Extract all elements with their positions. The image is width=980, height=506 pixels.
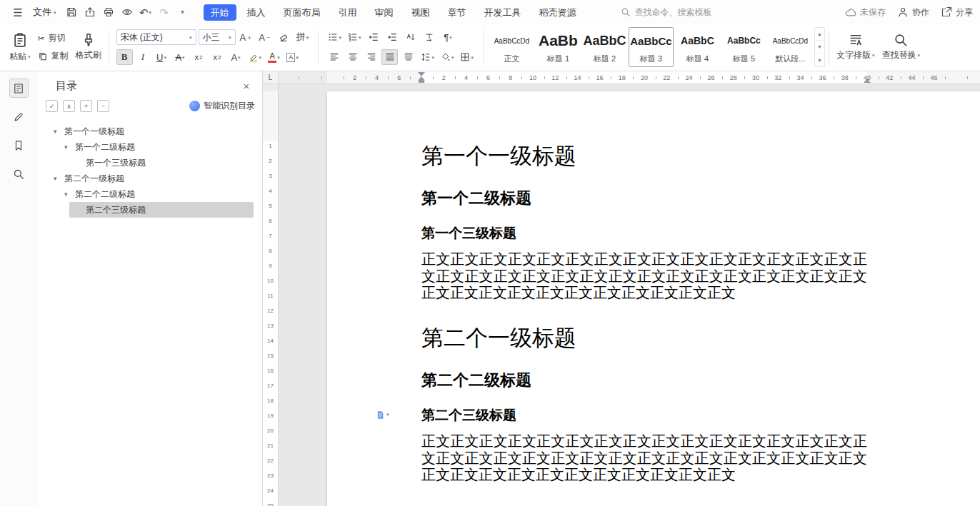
subscript-button[interactable]: x2 — [209, 49, 226, 65]
doc-heading-h3[interactable]: 第二个三级标题▾ — [421, 406, 867, 425]
align-left-button[interactable] — [326, 49, 342, 65]
align-right-button[interactable] — [363, 49, 379, 65]
gallery-up-button[interactable]: ▲ — [815, 28, 824, 40]
font-size-select[interactable]: 小三▾ — [199, 29, 236, 45]
style-card-标题 2[interactable]: AaBbC标题 2 — [582, 27, 627, 67]
toc-item[interactable]: ▾第二个一级标题 — [37, 171, 254, 186]
increase-indent-button[interactable] — [384, 29, 400, 45]
more-commands-button[interactable]: ▾ — [174, 4, 192, 21]
pinyin-guide-button[interactable]: 拼▾ — [294, 29, 311, 45]
doc-heading-h2[interactable]: 第二个二级标题 — [421, 370, 867, 392]
text-layout-button[interactable]: 文字排版▾ — [833, 26, 879, 68]
tab-视图[interactable]: 视图 — [404, 4, 437, 21]
underline-button[interactable]: U▾ — [154, 49, 170, 65]
style-card-正文[interactable]: AaBbCcDd正文 — [489, 27, 534, 67]
align-distribute-button[interactable] — [400, 49, 416, 65]
export-pdf-button[interactable] — [81, 4, 99, 21]
left-indent-marker[interactable] — [419, 81, 424, 83]
chevron-down-icon[interactable]: ▾ — [64, 191, 75, 198]
toc-select-button[interactable]: ✓ — [46, 100, 58, 112]
gallery-down-button[interactable]: ▼ — [815, 40, 824, 53]
italic-button[interactable]: I — [135, 49, 151, 65]
heading-style-mark[interactable]: ▾ — [376, 410, 389, 420]
copy-button[interactable]: 复制 — [38, 50, 69, 62]
toc-collapse-all-button[interactable]: － — [97, 100, 109, 112]
toc-item[interactable]: ▾第一个二级标题 — [37, 139, 254, 155]
decrease-indent-button[interactable] — [365, 29, 381, 45]
text-effects-button[interactable]: A▾ — [228, 49, 244, 65]
character-shading-button[interactable]: A▾ — [284, 49, 301, 65]
tab-开发工具[interactable]: 开发工具 — [477, 4, 529, 21]
increase-font-size-button[interactable]: A＋ — [238, 29, 255, 45]
style-card-标题 3[interactable]: AaBbCc标题 3 — [629, 27, 674, 67]
shading-button[interactable]: ▾ — [439, 49, 456, 65]
toc-collapse-button[interactable]: ∧ — [63, 100, 75, 112]
align-center-button[interactable] — [344, 49, 361, 65]
search-panel-button[interactable] — [9, 164, 29, 183]
style-card-标题 4[interactable]: AaBbC标题 4 — [675, 27, 720, 67]
superscript-button[interactable]: x2 — [191, 49, 207, 65]
style-card-默认段...[interactable]: AaBbCcDd默认段... — [768, 27, 813, 67]
doc-heading-h1[interactable]: 第二个一级标题 — [421, 323, 867, 354]
print-preview-button[interactable] — [118, 4, 136, 21]
tab-审阅[interactable]: 审阅 — [368, 4, 401, 21]
gallery-more-button[interactable]: ▼ — [815, 54, 824, 66]
text-direction-button[interactable] — [421, 29, 437, 45]
toc-expand-all-button[interactable]: ＋ — [80, 100, 92, 112]
style-card-标题 1[interactable]: AaBb标题 1 — [536, 27, 581, 67]
decrease-font-size-button[interactable]: A－ — [256, 29, 274, 45]
tab-开始[interactable]: 开始 — [204, 4, 236, 21]
doc-heading-h2[interactable]: 第一个二级标题 — [421, 188, 867, 210]
doc-heading-h1[interactable]: 第一个一级标题 — [421, 141, 867, 172]
highlight-color-button[interactable]: ▾ — [246, 49, 264, 65]
document-page[interactable]: 第一个一级标题第一个二级标题第一个三级标题正文正文正文正文正文正文正文正文正文正… — [327, 91, 980, 506]
annotate-panel-button[interactable] — [9, 107, 29, 126]
toc-item[interactable]: 第一个三级标题 — [37, 155, 254, 171]
bullet-list-button[interactable]: ▾ — [326, 29, 344, 45]
bookmark-panel-button[interactable] — [9, 136, 29, 155]
borders-button[interactable]: ▾ — [458, 49, 476, 65]
toc-item[interactable]: 第二个三级标题 — [69, 202, 254, 218]
sort-button[interactable] — [402, 29, 419, 45]
strikethrough-button[interactable]: A▾ — [172, 49, 189, 65]
tab-页面布局[interactable]: 页面布局 — [276, 4, 328, 21]
save-button[interactable] — [62, 4, 81, 21]
doc-paragraph[interactable]: 正文正文正文正文正文正文正文正文正文正文正文正文正文正文正文正文正文正文正文正文… — [421, 251, 867, 302]
show-marks-button[interactable]: ¶▾ — [439, 29, 456, 45]
chevron-down-icon[interactable]: ▾ — [54, 128, 64, 135]
smart-toc-button[interactable]: 智能识别目录 — [189, 100, 255, 112]
command-search[interactable]: 查找命令、搜索模板 — [621, 6, 712, 19]
toc-item[interactable]: ▾第一个一级标题 — [37, 123, 254, 139]
collaborate-button[interactable]: 协作 — [897, 6, 929, 19]
tab-引用[interactable]: 引用 — [331, 4, 364, 21]
numbered-list-button[interactable]: ▾ — [346, 29, 364, 45]
undo-button[interactable]: ↶▾ — [136, 4, 155, 21]
find-replace-button[interactable]: 查找替换▾ — [878, 26, 924, 68]
close-toc-pane-button[interactable]: × — [239, 79, 254, 93]
line-spacing-button[interactable]: ▾ — [419, 49, 436, 65]
doc-heading-h3[interactable]: 第一个三级标题 — [421, 224, 867, 243]
chevron-down-icon[interactable]: ▾ — [64, 143, 75, 151]
toc-item[interactable]: ▾第二个二级标题 — [37, 186, 254, 202]
print-button[interactable] — [99, 4, 118, 21]
tab-stop-selector[interactable]: L — [263, 71, 279, 84]
bold-button[interactable]: B — [116, 49, 133, 65]
align-justify-button[interactable] — [381, 49, 398, 65]
tab-章节[interactable]: 章节 — [441, 4, 474, 21]
file-menu-button[interactable]: 文件▾ — [27, 4, 62, 21]
paste-button[interactable]: 粘贴▾ — [6, 26, 34, 68]
toc-panel-button[interactable] — [9, 79, 29, 98]
save-status[interactable]: 未保存 — [845, 6, 886, 19]
cut-button[interactable]: ✂剪切 — [38, 32, 69, 44]
tab-稻壳资源[interactable]: 稻壳资源 — [532, 4, 584, 21]
style-card-标题 5[interactable]: AaBbCc标题 5 — [721, 27, 766, 67]
tab-插入[interactable]: 插入 — [240, 4, 273, 21]
share-button[interactable]: 分享 — [941, 6, 973, 19]
redo-button[interactable]: ↷ — [155, 4, 174, 21]
clear-format-button[interactable] — [276, 29, 292, 45]
doc-paragraph[interactable]: 正文正文正文正文正文正文正文正文正文正文正文正文正文正文正文正文正文正文正文正文… — [421, 433, 867, 484]
format-painter-button[interactable]: 格式刷 — [72, 26, 105, 68]
font-family-select[interactable]: 宋体 (正文)▾ — [116, 29, 196, 45]
hamburger-menu-button[interactable]: ☰ — [9, 4, 27, 21]
chevron-down-icon[interactable]: ▾ — [54, 175, 64, 182]
